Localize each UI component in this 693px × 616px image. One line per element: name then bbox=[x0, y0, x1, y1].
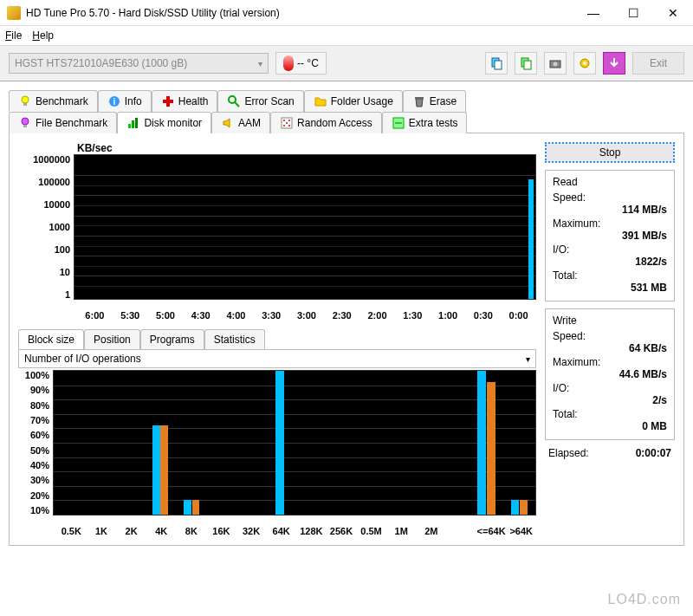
chart1-title: KB/sec bbox=[77, 142, 536, 154]
temperature-value: -- °C bbox=[297, 57, 319, 69]
tab-info[interactable]: iInfo bbox=[98, 90, 152, 112]
write-io-label: I/O: bbox=[553, 382, 667, 394]
svg-point-7 bbox=[583, 62, 586, 65]
elapsed-label: Elapsed: bbox=[548, 447, 589, 459]
chart2-metric-select[interactable]: Number of I/O operations ▾ bbox=[18, 350, 536, 368]
svg-point-25 bbox=[286, 122, 288, 124]
read-io-label: I/O: bbox=[553, 243, 667, 256]
copy-screenshot-button[interactable] bbox=[515, 52, 537, 75]
chart-icon bbox=[126, 116, 140, 130]
magnifier-icon bbox=[227, 94, 241, 108]
titlebar: HD Tune Pro 5.70 - Hard Disk/SSD Utility… bbox=[0, 0, 693, 26]
write-speed-value: 64 KB/s bbox=[553, 342, 667, 354]
chart2-x-axis: 0.5K1K2K4K8K16K32K64K128K256K0.5M1M2M<=6… bbox=[56, 526, 536, 536]
svg-text:i: i bbox=[113, 97, 115, 107]
tab-error-scan[interactable]: Error Scan bbox=[217, 90, 303, 112]
svg-point-26 bbox=[283, 125, 285, 126]
speaker-icon bbox=[221, 116, 235, 130]
minimize-button[interactable]: — bbox=[573, 0, 613, 26]
svg-rect-3 bbox=[524, 61, 531, 69]
svg-rect-21 bbox=[135, 118, 138, 128]
options-button[interactable] bbox=[573, 52, 596, 75]
drive-select[interactable]: HGST HTS721010A9E630 (1000 gB) ▾ bbox=[9, 53, 269, 74]
svg-point-23 bbox=[283, 120, 285, 121]
health-cross-icon bbox=[161, 94, 175, 108]
trash-icon bbox=[412, 94, 426, 108]
svg-point-27 bbox=[288, 125, 290, 126]
screenshot-button[interactable] bbox=[544, 52, 567, 75]
menubar: File Help bbox=[0, 26, 693, 45]
svg-rect-9 bbox=[23, 103, 27, 106]
svg-rect-16 bbox=[415, 97, 424, 99]
stop-button[interactable]: Stop bbox=[545, 142, 675, 163]
svg-rect-1 bbox=[495, 61, 502, 69]
read-total-value: 531 MB bbox=[553, 282, 667, 294]
tab-health[interactable]: Health bbox=[152, 90, 218, 112]
subtab-block-size[interactable]: Block size bbox=[18, 329, 84, 349]
write-max-value: 44.6 MB/s bbox=[553, 368, 667, 380]
copy-icon bbox=[489, 56, 503, 70]
svg-rect-18 bbox=[23, 125, 27, 127]
subtab-programs[interactable]: Programs bbox=[140, 329, 204, 349]
thermometer-icon bbox=[283, 55, 294, 71]
write-total-label: Total: bbox=[553, 408, 667, 420]
read-max-label: Maximum: bbox=[553, 217, 667, 230]
chart1-y-axis: 1000000100000100001000100101 bbox=[18, 154, 74, 300]
subtabs: Block size Position Programs Statistics bbox=[18, 329, 536, 350]
subtab-position[interactable]: Position bbox=[84, 329, 140, 349]
svg-point-5 bbox=[554, 62, 558, 67]
camera-icon bbox=[548, 56, 562, 70]
random-icon bbox=[280, 116, 294, 130]
tab-extra-tests[interactable]: Extra tests bbox=[382, 112, 468, 133]
svg-point-14 bbox=[229, 96, 236, 103]
chevron-down-icon: ▾ bbox=[258, 59, 262, 68]
info-icon: i bbox=[107, 94, 121, 108]
close-button[interactable]: ✕ bbox=[653, 0, 693, 26]
chevron-down-icon: ▾ bbox=[526, 354, 530, 364]
maximize-button[interactable]: ☐ bbox=[613, 0, 653, 26]
svg-rect-19 bbox=[128, 124, 131, 128]
svg-line-15 bbox=[235, 102, 239, 107]
tab-random-access[interactable]: Random Access bbox=[270, 112, 382, 133]
tab-erase[interactable]: Erase bbox=[403, 90, 466, 112]
read-panel: Read Speed:114 MB/s Maximum:391 MB/s I/O… bbox=[545, 170, 675, 302]
gear-icon bbox=[578, 56, 592, 70]
write-total-value: 0 MB bbox=[553, 420, 667, 432]
exit-button[interactable]: Exit bbox=[632, 52, 684, 75]
svg-point-24 bbox=[288, 120, 290, 121]
folder-icon bbox=[314, 94, 327, 108]
chart1-area bbox=[74, 154, 536, 300]
elapsed-value: 0:00:07 bbox=[636, 447, 671, 459]
svg-rect-13 bbox=[163, 100, 173, 103]
save-button[interactable] bbox=[603, 52, 625, 75]
drive-select-value: HGST HTS721010A9E630 (1000 gB) bbox=[15, 57, 187, 69]
svg-point-17 bbox=[22, 118, 29, 125]
copy-info-button[interactable] bbox=[485, 52, 508, 75]
tab-file-benchmark[interactable]: File Benchmark bbox=[9, 112, 117, 133]
chart1-bar bbox=[528, 179, 534, 299]
menu-help[interactable]: Help bbox=[32, 29, 54, 42]
subtab-statistics[interactable]: Statistics bbox=[204, 329, 265, 349]
write-title: Write bbox=[553, 314, 667, 327]
tab-disk-monitor[interactable]: Disk monitor bbox=[117, 112, 211, 133]
tab-benchmark[interactable]: Benchmark bbox=[9, 90, 98, 112]
lightbulb-purple-icon bbox=[18, 116, 32, 130]
toolbar: HGST HTS721010A9E630 (1000 gB) ▾ -- °C E… bbox=[0, 45, 693, 81]
watermark: LO4D.com bbox=[608, 592, 681, 607]
chart2-area bbox=[53, 370, 536, 515]
tab-content: KB/sec 1000000100000100001000100101 6:00… bbox=[9, 133, 684, 546]
tab-folder-usage[interactable]: Folder Usage bbox=[304, 90, 403, 112]
lightbulb-icon bbox=[18, 94, 32, 108]
tabs-row1: Benchmark iInfo Health Error Scan Folder… bbox=[9, 90, 684, 112]
elapsed-row: Elapsed: 0:00:07 bbox=[545, 447, 675, 459]
app-icon bbox=[7, 6, 21, 20]
tools-icon bbox=[392, 116, 405, 130]
chart1-x-axis: 6:005:305:004:304:003:303:002:302:001:30… bbox=[77, 310, 536, 321]
menu-file[interactable]: File bbox=[5, 29, 22, 42]
temperature-display: -- °C bbox=[275, 52, 327, 75]
svg-point-8 bbox=[22, 96, 29, 103]
write-max-label: Maximum: bbox=[553, 356, 667, 368]
write-panel: Write Speed:64 KB/s Maximum:44.6 MB/s I/… bbox=[545, 308, 675, 440]
svg-rect-20 bbox=[132, 120, 134, 128]
tab-aam[interactable]: AAM bbox=[211, 112, 270, 133]
